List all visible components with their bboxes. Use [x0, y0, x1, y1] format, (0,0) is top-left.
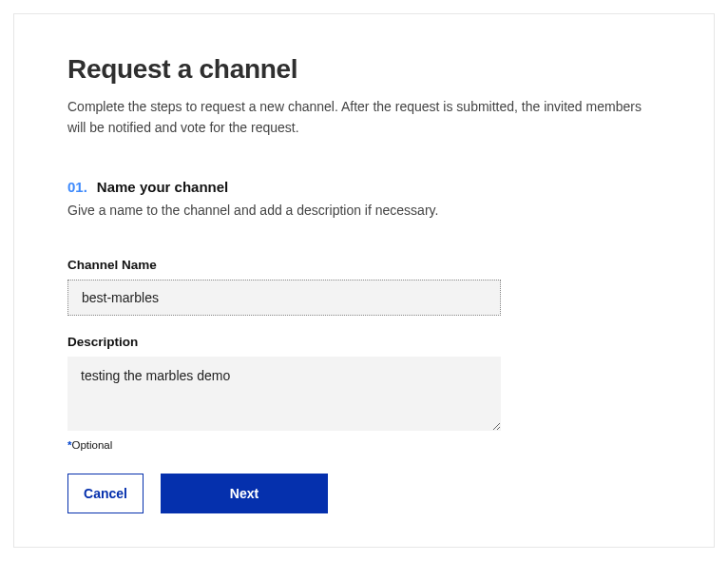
step-title: Name your channel	[97, 179, 228, 195]
description-label: Description	[67, 335, 501, 349]
optional-text: Optional	[71, 439, 112, 451]
channel-name-label: Channel Name	[67, 258, 501, 272]
step-number: 01.	[67, 179, 87, 195]
step-description: Give a name to the channel and add a des…	[67, 203, 661, 218]
channel-name-input[interactable]	[67, 280, 501, 316]
optional-note: *Optional	[67, 439, 501, 451]
page-title: Request a channel	[67, 54, 661, 85]
step-header: 01. Name your channel	[67, 179, 661, 195]
next-button[interactable]: Next	[161, 474, 328, 513]
button-row: Cancel Next	[67, 474, 501, 513]
page-subtitle: Complete the steps to request a new chan…	[67, 96, 661, 139]
channel-form: Channel Name Description *Optional Cance…	[67, 258, 501, 513]
request-channel-panel: Request a channel Complete the steps to …	[13, 13, 715, 548]
description-textarea[interactable]	[67, 357, 501, 431]
cancel-button[interactable]: Cancel	[67, 474, 144, 513]
